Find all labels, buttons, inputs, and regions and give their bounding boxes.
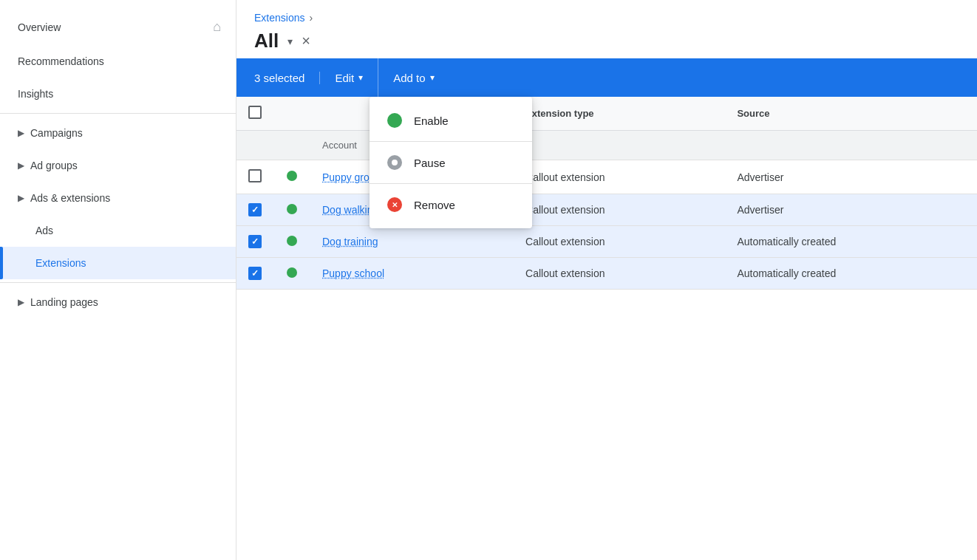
row1-status-cell [273,160,310,194]
row2-ext-type: Callout extension [514,194,725,226]
table-header-row: Extension type Source [236,97,977,131]
breadcrumb: Extensions › [254,12,959,24]
row3-name-cell: Dog training [310,226,514,258]
dropdown-divider-2 [370,183,532,184]
toolbar-wrapper: 3 selected Edit ▾ Add to ▾ Enable Pause [236,58,977,97]
header-ext-type[interactable]: Extension type [514,97,725,131]
edit-button[interactable]: Edit ▾ [320,58,378,97]
enable-label: Enable [414,115,449,127]
row1-status-dot [287,171,297,181]
page-title: All [254,30,279,52]
sidebar-item-campaigns[interactable]: ▶ Campaigns [0,117,236,149]
table-container: Extension type Source Account [236,97,977,560]
header-status-cell [273,97,310,131]
row4-source: Automatically created [725,258,977,290]
dropdown-item-remove[interactable]: Remove [370,187,532,222]
row4-status-dot [287,267,297,278]
sidebar-item-adgroups[interactable]: ▶ Ad groups [0,149,236,182]
insights-label: Insights [18,88,53,100]
breadcrumb-text[interactable]: Extensions [254,12,304,24]
title-dropdown-icon[interactable]: ▾ [287,35,293,47]
row3-status-cell [273,226,310,258]
page-header: Extensions › All ▾ × [236,0,977,58]
row3-ext-type: Callout extension [514,226,725,258]
sidebar-item-landing-pages[interactable]: ▶ Landing pages [0,286,236,318]
breadcrumb-chevron: › [309,12,313,24]
ads-extensions-label: Ads & extensions [30,192,110,204]
account-row: Account [236,131,977,160]
close-button[interactable]: × [302,33,310,49]
home-icon: ⌂ [213,19,221,35]
sidebar-item-insights[interactable]: Insights [0,78,236,110]
add-to-dropdown-arrow: ▾ [430,72,435,83]
row1-checkbox-cell[interactable] [236,160,273,194]
dropdown-item-pause[interactable]: Pause [370,145,532,180]
row3-checkbox-cell[interactable] [236,226,273,258]
campaigns-label: Campaigns [30,127,83,139]
edit-dropdown-menu: Enable Pause Remove [370,97,532,228]
row2-checkbox-cell[interactable] [236,194,273,226]
extensions-table: Extension type Source Account [236,97,977,290]
row4-checkbox-cell[interactable] [236,258,273,290]
dropdown-divider-1 [370,141,532,142]
row3-source: Automatically created [725,226,977,258]
main-content: Extensions › All ▾ × 3 selected Edit ▾ A… [236,0,977,560]
ads-extensions-chevron: ▶ [18,193,24,203]
row3-checkbox[interactable] [248,235,262,248]
adgroups-label: Ad groups [30,160,78,171]
campaigns-chevron: ▶ [18,128,24,138]
overview-label: Overview [18,21,61,33]
add-to-button[interactable]: Add to ▾ [378,58,449,97]
extensions-label: Extensions [35,257,86,269]
pause-label: Pause [414,157,446,169]
account-status-cell [273,131,310,160]
pause-status-icon [387,155,402,170]
select-all-checkbox[interactable] [248,106,262,119]
table-toolbar: 3 selected Edit ▾ Add to ▾ [236,58,977,97]
sidebar-item-ads[interactable]: Ads [0,214,236,247]
row1-source: Advertiser [725,160,977,194]
recommendations-label: Recommendations [18,55,104,67]
header-checkbox-cell [236,97,273,131]
row3-ext-name[interactable]: Dog training [322,236,378,247]
edit-dropdown-arrow: ▾ [358,72,363,83]
enable-status-icon [387,113,402,128]
sidebar-divider-2 [0,282,236,283]
row4-checkbox[interactable] [248,267,262,280]
dropdown-item-enable[interactable]: Enable [370,103,532,138]
sidebar-divider-1 [0,113,236,114]
selected-count: 3 selected [254,72,320,84]
row4-name-cell: Puppy school [310,258,514,290]
row2-status-dot [287,204,297,214]
remove-status-icon [387,197,402,212]
row4-ext-name[interactable]: Puppy school [322,267,384,279]
sidebar-item-ads-extensions[interactable]: ▶ Ads & extensions [0,182,236,214]
row1-checkbox[interactable] [248,169,262,182]
edit-label: Edit [335,72,354,84]
row1-ext-type: Callout extension [514,160,725,194]
landing-pages-chevron: ▶ [18,297,24,307]
header-source[interactable]: Source [725,97,977,131]
row2-source: Advertiser [725,194,977,226]
remove-label: Remove [414,199,455,211]
table-row: Dog walking Callout extension Advertiser [236,194,977,226]
header-row: All ▾ × [254,30,959,52]
add-to-label: Add to [393,72,425,84]
sidebar: Overview ⌂ Recommendations Insights ▶ Ca… [0,0,236,560]
table-row: Puppy school Callout extension Automatic… [236,258,977,290]
row3-status-dot [287,236,297,246]
row4-status-cell [273,258,310,290]
row4-ext-type: Callout extension [514,258,725,290]
adgroups-chevron: ▶ [18,160,24,171]
account-checkbox-cell [236,131,273,160]
sidebar-item-extensions[interactable]: Extensions [0,247,236,279]
table-row: Puppy grooming Callout extension Adverti… [236,160,977,194]
sidebar-item-recommendations[interactable]: Recommendations [0,45,236,78]
landing-pages-label: Landing pages [30,296,98,308]
row2-status-cell [273,194,310,226]
row2-checkbox[interactable] [248,203,262,216]
table-row: Dog training Callout extension Automatic… [236,226,977,258]
ads-label: Ads [35,225,53,236]
sidebar-item-overview[interactable]: Overview ⌂ [0,9,236,45]
